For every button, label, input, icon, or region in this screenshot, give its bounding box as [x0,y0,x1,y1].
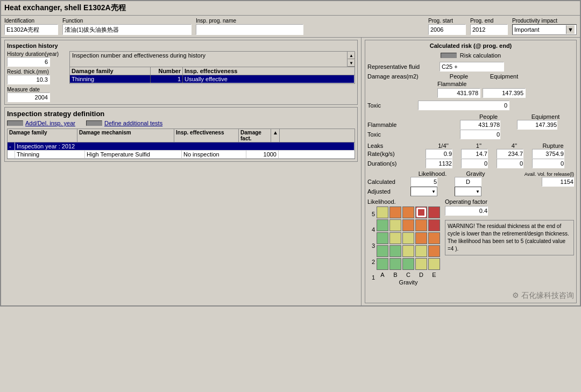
duration-val-1 [426,159,461,168]
add-del-button[interactable]: Add/Del. insp. year [25,120,75,126]
likelihood-matrix-section: Likelihood. 5 4 3 2 1 [367,198,574,286]
inspection-history-title: Inspection history [7,42,355,49]
scroll-up-btn[interactable]: ▲ [348,52,355,59]
likelihood-axis-label: Likelihood. [367,198,441,205]
rate-input-4[interactable] [532,149,564,159]
avail-vol-input[interactable] [542,177,574,187]
matrix-row-5 [376,206,441,219]
one-inch-label: 1'' [461,142,497,149]
history-duration-input[interactable] [7,57,50,67]
damage-areas-label: Damage areas(m2) [367,73,437,80]
leaks-header-spacer: Leaks [367,142,426,149]
duration-input-3[interactable] [497,159,523,168]
define-tests-button[interactable]: Define additional tests [104,120,162,126]
duration-input-1[interactable] [426,159,452,168]
strategy-data-row[interactable]: Thinning High Temperature Sulfid No insp… [8,151,355,159]
matrix-cell-2b [389,245,401,257]
rate-input-3[interactable] [497,149,523,159]
strategy-group-label: Inspection year : 2012 [15,142,355,150]
representative-fluid-label: Representative fluid [367,63,437,70]
calculated-gravity-input[interactable] [455,177,481,187]
matrix-cell-1a [377,258,388,270]
operating-factor-input[interactable] [445,206,488,216]
insp-prog-name-input[interactable] [196,24,303,35]
duration-input-4[interactable] [532,159,564,168]
duration-val-3 [497,159,532,168]
flammable-table-people [460,120,517,130]
inspection-strategy-section: Inspection strategy definition Add/Del. … [4,107,358,162]
insp-table-scrollbar[interactable]: ▲ ▼ [347,52,355,67]
matrix-cell-1e [428,258,440,270]
calculated-likelihood-input[interactable] [410,177,437,187]
matrix-row-3 [376,232,441,245]
matrix-cell-1d [415,258,427,270]
insp-table-col-headers: Damage family Number Insp. effectiveness [69,67,355,75]
residual-thick-input[interactable] [7,75,50,84]
toxic-input[interactable] [418,101,509,110]
identification-input[interactable] [4,24,58,35]
measure-date-input[interactable] [7,92,50,102]
adjusted-gravity-dropdown[interactable]: ▼ [455,187,481,196]
strategy-col-damage-family: Damage family [8,129,77,142]
strategy-col-fact: Damage fact. [239,129,271,142]
matrix-cell-5d [415,206,427,218]
strategy-cell-mechanism: High Temperature Sulfid [85,151,182,158]
matrix-cell-4d [415,219,427,231]
flammable-equipment-field[interactable] [517,120,557,130]
inspection-history-section: Inspection history History duration(year… [4,40,358,105]
toxic-field[interactable] [460,130,500,139]
adjusted-row-label: Adjusted [367,187,410,196]
insp-table-row[interactable]: Thinning 1 Usually effective [70,75,355,83]
insp-cell-number: 1 [151,75,183,83]
rate-label: Rate(kg/s) [367,149,426,159]
matrix-cell-3d [415,232,427,244]
adjusted-avail-vol-cell [497,187,574,196]
productivity-impact-dropdown[interactable]: Important ▼ [512,24,577,35]
toxic-table-row: Toxic [367,130,574,139]
adjusted-likelihood-dropdown[interactable]: ▼ [410,187,437,196]
flammable-people-field[interactable] [460,120,500,130]
risk-calculation-label: Risk calculation [460,52,501,59]
duration-input-2[interactable] [461,159,488,168]
watermark: ⚙ 石化缘科技咨询 [367,291,574,301]
calculated-likelihood-cell [410,177,455,187]
flammable-people-input[interactable] [437,88,480,98]
prog-end-input[interactable] [470,24,508,35]
rate-val-1 [426,149,461,159]
measure-date-group: Measure date [7,87,66,102]
flammable-table-label: Flammable [367,120,460,130]
toxic-table-label: Toxic [367,130,460,139]
risk-calculation-label-row: Risk calculation [367,52,574,59]
strategy-cell-effectiveness: No inspection [182,151,246,158]
damage-table-header-row: People Equipment [367,113,574,120]
rate-input-1[interactable] [426,149,452,159]
toxic-table-value [460,130,574,139]
flammable-equipment-input[interactable] [483,88,526,98]
strategy-group-row[interactable]: - Inspection year : 2012 [8,142,355,151]
people-header: People [460,113,517,120]
y-label-2: 2 [367,259,375,265]
insp-table-header-text: Inspection number and effectiveness duri… [70,52,347,67]
main-window: Heat exchanger, shell E1302A壳程 Identific… [0,0,581,307]
matrix-col-labels: A B C D E [376,272,441,278]
rate-val-4 [532,149,574,159]
insp-cell-effectiveness: Usually effective [183,75,355,83]
prog-start-input[interactable] [428,24,466,35]
scroll-down-btn[interactable]: ▼ [348,59,355,67]
representative-fluid-input[interactable] [440,62,504,72]
residual-thick-group: Resid. thick.(mm) [7,69,66,84]
y-label-1: 1 [367,274,375,281]
productivity-dropdown-arrow[interactable]: ▼ [566,25,575,34]
function-input[interactable] [62,24,192,35]
damage-areas-columns: People Equipment Flammable [437,73,526,98]
matrix-grid: A B C D E Gravity [376,206,441,286]
col-label-b: B [389,272,401,278]
col-label-c: C [402,272,414,278]
matrix-highlight [416,208,426,217]
warning-box: WARNING! The residual thickness at the e… [445,220,574,255]
warning-text: WARNING! The residual thickness at the e… [448,223,569,252]
inspection-history-left: History duration(year) Resid. thick.(mm)… [7,51,66,102]
rate-input-2[interactable] [461,149,488,159]
operating-warning-section: Operating factor WARNING! The residual t… [445,198,574,286]
matrix-cell-3a [377,232,388,244]
